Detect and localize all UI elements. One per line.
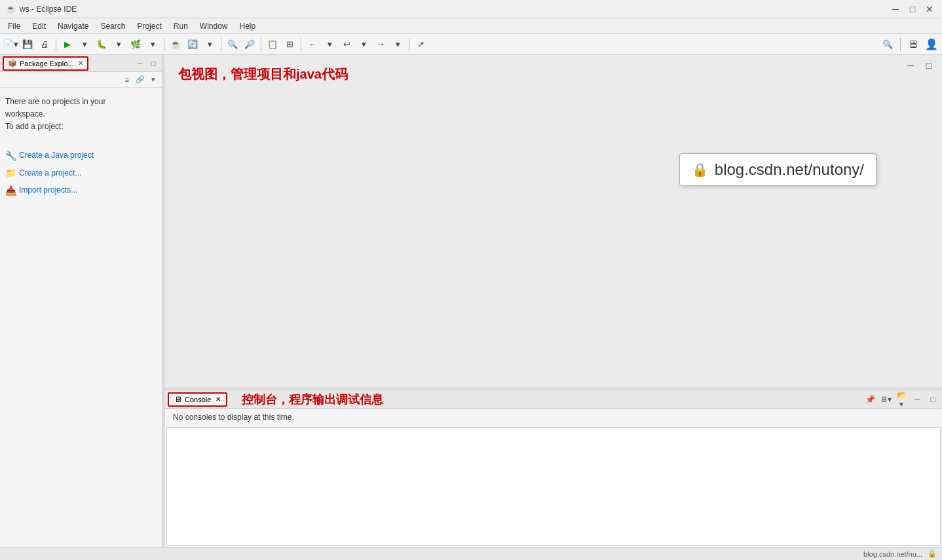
package-explorer-icon: 📦: [8, 59, 17, 67]
back2-button[interactable]: ↩: [339, 37, 354, 52]
create-project-link[interactable]: 📁 Create a project...: [5, 166, 157, 180]
status-right: blog.csdn.net/nu... 🔒: [863, 550, 937, 558]
copy-button[interactable]: 📋: [265, 37, 280, 52]
console-tab-label: Console: [185, 396, 211, 403]
editor-maximize-button[interactable]: □: [921, 58, 937, 73]
editor-area: ─ □ 包视图，管理项目和java代码 🔒 blog.csdn.net/nuto…: [165, 55, 942, 387]
app-icon: ☕: [5, 4, 16, 14]
menu-search[interactable]: Search: [95, 18, 130, 33]
menu-window[interactable]: Window: [195, 18, 233, 33]
title-text: ws - Eclipse IDE: [20, 5, 77, 14]
editor-minimize-button[interactable]: ─: [903, 58, 918, 73]
back-dropdown[interactable]: ▾: [322, 37, 337, 52]
run-button[interactable]: ▶: [60, 37, 75, 52]
no-projects-line1: There are no projects in your: [5, 96, 157, 108]
coverage-button[interactable]: 🌿: [128, 37, 143, 52]
collapse-all-button[interactable]: ≡: [121, 74, 133, 86]
minimize-button[interactable]: ─: [888, 2, 903, 16]
status-bar: blog.csdn.net/nu... 🔒: [0, 547, 942, 560]
console-output-area[interactable]: [166, 427, 941, 546]
window-controls[interactable]: ─ □ ✕: [888, 2, 937, 16]
menu-edit[interactable]: Edit: [27, 18, 51, 33]
package-explorer-close[interactable]: ✕: [78, 60, 83, 67]
to-add-project: To add a project:: [5, 121, 157, 133]
toolbar-separator-7: [900, 38, 901, 51]
maximize-button[interactable]: □: [905, 2, 920, 16]
forward-button[interactable]: →: [373, 37, 388, 52]
print-button[interactable]: 🖨: [37, 37, 52, 52]
maximize-panel-button[interactable]: □: [147, 58, 159, 69]
menu-bar: File Edit Navigate Search Project Run Wi…: [0, 18, 942, 34]
view-menu-button[interactable]: ▾: [147, 74, 159, 86]
toolbar-right: 🔍 🖥 👤: [880, 37, 939, 52]
refresh-dropdown[interactable]: ▾: [202, 37, 217, 52]
title-bar: ☕ ws - Eclipse IDE ─ □ ✕: [0, 0, 942, 18]
profile-button[interactable]: 👤: [924, 37, 939, 52]
package-explorer-label: Package Explo...: [20, 60, 74, 67]
url-text: blog.csdn.net/nutony/: [715, 160, 864, 179]
debug-button[interactable]: 🐛: [94, 37, 109, 52]
toolbar-separator-4: [261, 38, 261, 51]
magnify-button[interactable]: 🔎: [242, 37, 257, 52]
status-icon: 🔒: [928, 550, 937, 558]
main-area: 📦 Package Explo... ✕ ─ □ ≡ 🔗 ▾ There are…: [0, 55, 942, 547]
toolbar-separator-1: [56, 38, 56, 51]
toolbar-separator-2: [164, 38, 164, 51]
forward-dropdown[interactable]: ▾: [390, 37, 405, 52]
console-display-button[interactable]: 🖥▾: [879, 393, 892, 406]
package-explorer-tab[interactable]: 📦 Package Explo... ✕: [3, 56, 88, 71]
back2-dropdown[interactable]: ▾: [356, 37, 371, 52]
sidebar-content: There are no projects in your workspace.…: [0, 88, 162, 208]
create-java-icon: 🔧: [5, 149, 16, 163]
search-icon-btn[interactable]: 🔍: [225, 37, 240, 52]
menu-navigate[interactable]: Navigate: [52, 18, 94, 33]
console-pin-button[interactable]: 📌: [863, 393, 876, 406]
save-button[interactable]: 💾: [20, 37, 35, 52]
console-maximize-button[interactable]: □: [926, 393, 939, 406]
run-dropdown[interactable]: ▾: [77, 37, 92, 52]
import-icon: 📥: [5, 183, 16, 198]
minimize-panel-button[interactable]: ─: [134, 58, 146, 69]
menu-project[interactable]: Project: [132, 18, 166, 33]
new-java-button[interactable]: ☕: [168, 37, 183, 52]
lock-icon: 🔒: [692, 162, 708, 177]
no-projects-line2: workspace.: [5, 108, 157, 121]
create-java-project-link[interactable]: 🔧 Create a Java project: [5, 149, 157, 163]
menu-file[interactable]: File: [3, 18, 26, 33]
status-url: blog.csdn.net/nu...: [863, 550, 922, 558]
console-tab[interactable]: 🖥 Console ✕: [168, 392, 227, 407]
title-bar-left: ☕ ws - Eclipse IDE: [5, 4, 77, 14]
refresh-button[interactable]: 🔄: [185, 37, 200, 52]
console-open-file-button[interactable]: 📂▾: [895, 393, 908, 406]
debug-dropdown[interactable]: ▾: [111, 37, 126, 52]
back-button[interactable]: ←: [305, 37, 320, 52]
sidebar-toolbar: ≡ 🔗 ▾: [0, 72, 162, 88]
new-button[interactable]: 📄▾: [3, 37, 18, 52]
create-project-icon: 📁: [5, 166, 16, 180]
content-area: ─ □ 包视图，管理项目和java代码 🔒 blog.csdn.net/nuto…: [165, 55, 942, 547]
coverage-dropdown[interactable]: ▾: [145, 37, 160, 52]
close-button[interactable]: ✕: [922, 2, 937, 16]
perspectives-button[interactable]: 🖥: [905, 37, 921, 52]
editor-annotation: 包视图，管理项目和java代码: [165, 55, 942, 94]
browser-url-box: 🔒 blog.csdn.net/nutony/: [679, 153, 876, 186]
bottom-panel: 🖥 Console ✕ 控制台，程序输出调试信息 📌 🖥▾ 📂▾ ─ □ No …: [165, 390, 942, 547]
menu-run[interactable]: Run: [168, 18, 193, 33]
menu-help[interactable]: Help: [235, 18, 261, 33]
console-tab-close[interactable]: ✕: [216, 396, 221, 403]
console-annotation: 控制台，程序输出调试信息: [242, 392, 383, 407]
toolbar-separator-5: [301, 38, 301, 51]
link-editor-button[interactable]: 🔗: [134, 74, 146, 86]
sidebar: 📦 Package Explo... ✕ ─ □ ≡ 🔗 ▾ There are…: [0, 55, 162, 547]
bottom-tab-bar: 🖥 Console ✕ 控制台，程序输出调试信息 📌 🖥▾ 📂▾ ─ □: [165, 390, 942, 409]
console-minimize-button[interactable]: ─: [911, 393, 924, 406]
sidebar-tab-bar: 📦 Package Explo... ✕ ─ □: [0, 55, 162, 72]
import-projects-link[interactable]: 📥 Import projects...: [5, 183, 157, 198]
console-no-message: No consoles to display at this time.: [165, 409, 942, 426]
layout-button[interactable]: ⊞: [282, 37, 297, 52]
toolbar-separator-3: [221, 38, 221, 51]
external-button[interactable]: ↗: [413, 37, 428, 52]
toolbar-search-button[interactable]: 🔍: [880, 37, 895, 52]
editor-controls: ─ □: [903, 58, 937, 73]
console-toolbar: 📌 🖥▾ 📂▾ ─ □: [863, 393, 939, 406]
